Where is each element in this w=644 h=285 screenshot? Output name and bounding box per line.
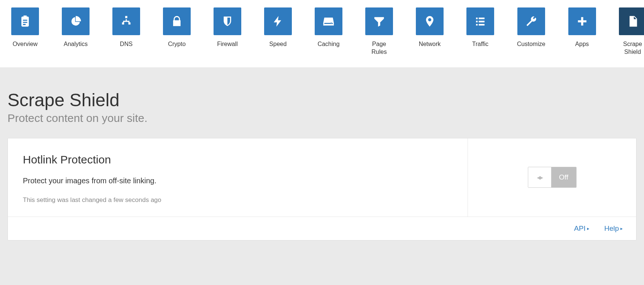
card-body: Hotlink Protection Protect your images f… bbox=[8, 138, 636, 217]
pin-icon bbox=[423, 15, 436, 28]
nav-item-network[interactable]: Network bbox=[416, 7, 444, 56]
shield-icon bbox=[221, 15, 234, 28]
page-subtitle: Protect content on your site. bbox=[7, 112, 637, 125]
setting-description: Protect your images from off-site linkin… bbox=[23, 177, 453, 185]
setting-title: Hotlink Protection bbox=[23, 153, 453, 166]
nav-label: Analytics bbox=[64, 40, 88, 48]
document-icon bbox=[626, 15, 639, 28]
nav-tile bbox=[619, 7, 644, 35]
nav-item-speed[interactable]: Speed bbox=[264, 7, 292, 56]
bolt-icon bbox=[272, 15, 284, 28]
nav-tile bbox=[11, 7, 39, 35]
card-footer: API ▸ Help ▸ bbox=[8, 217, 636, 240]
pie-icon bbox=[69, 15, 82, 28]
nav-label: Overview bbox=[13, 40, 38, 48]
nav-tile bbox=[568, 7, 596, 35]
lock-icon bbox=[170, 15, 183, 28]
toggle-handle-icon: ◀▶ bbox=[528, 167, 551, 187]
nav-item-scrape-shield[interactable]: Scrape Shield bbox=[619, 7, 644, 56]
nav-tile bbox=[264, 7, 292, 35]
main-content: Scrape Shield Protect content on your si… bbox=[0, 67, 644, 285]
nav-item-dns[interactable]: DNS bbox=[112, 7, 140, 56]
api-link-label: API bbox=[574, 224, 586, 233]
nav-tile bbox=[315, 7, 342, 35]
api-link[interactable]: API ▸ bbox=[574, 224, 589, 233]
nav-item-overview[interactable]: Overview bbox=[11, 7, 39, 56]
top-nav: Overview Analytics DNS Crypto Firewall S… bbox=[0, 0, 644, 67]
nav-item-crypto[interactable]: Crypto bbox=[163, 7, 191, 56]
nav-item-customize[interactable]: Customize bbox=[517, 7, 545, 56]
card-right: ◀▶ Off bbox=[468, 138, 636, 217]
nav-label: Customize bbox=[517, 40, 545, 48]
sitemap-icon bbox=[120, 15, 133, 28]
drive-icon bbox=[322, 15, 335, 28]
nav-item-apps[interactable]: Apps bbox=[568, 7, 596, 56]
nav-item-caching[interactable]: Caching bbox=[315, 7, 342, 56]
nav-tile bbox=[112, 7, 140, 35]
plus-icon bbox=[576, 15, 589, 28]
nav-label: Caching bbox=[318, 40, 340, 48]
caret-right-icon: ▸ bbox=[620, 226, 623, 231]
nav-item-firewall[interactable]: Firewall bbox=[214, 7, 241, 56]
nav-item-page-rules[interactable]: Page Rules bbox=[365, 7, 393, 56]
page-title: Scrape Shield bbox=[7, 90, 637, 110]
clipboard-icon bbox=[19, 15, 31, 28]
nav-tile bbox=[62, 7, 90, 35]
nav-item-analytics[interactable]: Analytics bbox=[62, 7, 90, 56]
nav-tile bbox=[416, 7, 444, 35]
wrench-icon bbox=[525, 15, 538, 28]
help-link[interactable]: Help ▸ bbox=[604, 224, 623, 233]
nav-label: Network bbox=[419, 40, 441, 48]
setting-card-hotlink: Hotlink Protection Protect your images f… bbox=[7, 138, 637, 240]
caret-right-icon: ▸ bbox=[587, 226, 589, 231]
nav-label: Firewall bbox=[217, 40, 238, 48]
nav-tile bbox=[365, 7, 393, 35]
list-icon bbox=[474, 15, 487, 28]
nav-label: Apps bbox=[575, 40, 589, 48]
hotlink-toggle[interactable]: ◀▶ Off bbox=[528, 167, 577, 188]
funnel-icon bbox=[373, 15, 386, 28]
nav-tile bbox=[466, 7, 494, 35]
nav-label: DNS bbox=[120, 40, 133, 48]
nav-label: Speed bbox=[269, 40, 287, 48]
nav-label: Scrape Shield bbox=[623, 40, 642, 56]
nav-label: Traffic bbox=[472, 40, 489, 48]
card-left: Hotlink Protection Protect your images f… bbox=[8, 138, 468, 217]
setting-meta: This setting was last changed a few seco… bbox=[23, 196, 453, 204]
nav-item-traffic[interactable]: Traffic bbox=[466, 7, 494, 56]
nav-tile bbox=[163, 7, 191, 35]
nav-tile bbox=[214, 7, 241, 35]
help-link-label: Help bbox=[604, 224, 619, 233]
nav-label: Crypto bbox=[168, 40, 185, 48]
nav-tile bbox=[517, 7, 545, 35]
nav-label: Page Rules bbox=[365, 40, 393, 56]
toggle-state-label: Off bbox=[551, 167, 576, 187]
